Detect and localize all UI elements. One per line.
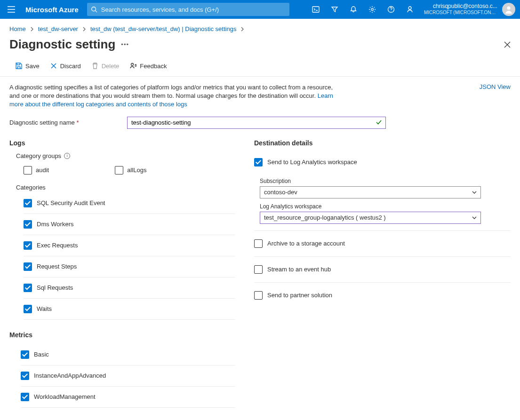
checkbox-icon <box>254 291 263 300</box>
breadcrumb: Home test_dw-server test_dw (test_dw-ser… <box>0 19 520 35</box>
log-category-checkbox[interactable]: Sql Requests <box>24 277 235 299</box>
svg-point-4 <box>408 7 411 9</box>
log-category-label: SQL Security Audit Event <box>37 199 105 206</box>
help-icon[interactable] <box>382 0 400 19</box>
account-block[interactable]: chrisqpublic@contoso.c... MICROSOFT (MIC… <box>419 3 499 16</box>
category-group-label: audit <box>36 166 49 174</box>
account-email: chrisqpublic@contoso.c... <box>424 3 497 10</box>
categories-label: Categories <box>16 184 235 191</box>
hamburger-menu[interactable] <box>0 0 23 19</box>
delete-label: Delete <box>102 63 120 70</box>
content-area: A diagnostic setting specifies a list of… <box>0 77 520 420</box>
logs-heading: Logs <box>9 139 235 147</box>
header-utilities <box>306 0 419 19</box>
checkbox-icon <box>24 220 32 229</box>
discard-icon <box>50 62 57 70</box>
metric-label: Basic <box>34 351 49 358</box>
dest-storage-label: Archive to a storage account <box>267 240 345 247</box>
delete-icon <box>91 62 99 70</box>
close-blade-button[interactable] <box>504 41 511 48</box>
intro-body: A diagnostic setting specifies a list of… <box>9 84 333 99</box>
svg-rect-1 <box>312 7 319 12</box>
delete-button: Delete <box>90 60 120 71</box>
title-row: Diagnostic setting ••• <box>0 35 520 60</box>
brand-label[interactable]: Microsoft Azure <box>23 6 87 14</box>
global-header: Microsoft Azure chrisqpublic@contoso.c..… <box>0 0 520 19</box>
subscription-select[interactable]: contoso-dev <box>260 186 481 198</box>
workspace-value: test_resource_group-loganalytics ( westu… <box>264 214 386 221</box>
checkbox-icon <box>21 393 29 401</box>
category-groups-label: Category groups i <box>16 152 235 159</box>
feedback-person-icon <box>129 62 137 70</box>
dest-storage-checkbox[interactable]: Archive to a storage account <box>254 238 511 250</box>
log-category-checkbox[interactable]: Exec Requests <box>24 235 235 256</box>
checkbox-icon <box>24 305 32 313</box>
svg-point-5 <box>507 7 511 10</box>
category-group-label: allLogs <box>127 166 146 174</box>
page-title: Diagnostic setting <box>9 37 115 52</box>
metric-checkbox[interactable]: WorkloadManagement <box>21 387 235 408</box>
breadcrumb-diagnostic[interactable]: test_dw (test_dw-server/test_dw) | Diagn… <box>90 25 236 32</box>
log-category-label: Waits <box>37 305 52 312</box>
avatar[interactable] <box>502 3 515 16</box>
log-category-checkbox[interactable]: SQL Security Audit Event <box>24 193 235 214</box>
info-icon[interactable]: i <box>64 153 70 159</box>
discard-button[interactable]: Discard <box>49 60 82 71</box>
notifications-icon[interactable] <box>344 0 363 19</box>
feedback-button[interactable]: Feedback <box>128 60 168 71</box>
log-category-label: Request Steps <box>37 263 77 270</box>
svg-point-6 <box>131 63 134 66</box>
directory-filter-icon[interactable] <box>325 0 344 19</box>
save-label: Save <box>25 63 40 70</box>
save-button[interactable]: Save <box>14 60 40 71</box>
breadcrumb-server[interactable]: test_dw-server <box>38 25 78 32</box>
chevron-down-icon <box>472 190 477 195</box>
chevron-down-icon <box>472 215 477 220</box>
search-icon <box>91 6 97 13</box>
log-category-label: Dms Workers <box>37 221 73 228</box>
checkbox-icon <box>24 284 32 292</box>
search-input[interactable] <box>100 6 286 14</box>
dest-partner-checkbox[interactable]: Send to partner solution <box>254 289 511 301</box>
log-category-checkbox[interactable]: Dms Workers <box>24 214 235 235</box>
settings-icon[interactable] <box>363 0 382 19</box>
metrics-heading: Metrics <box>9 331 235 339</box>
feedback-icon[interactable] <box>400 0 419 19</box>
workspace-label: Log Analytics workspace <box>260 203 511 210</box>
global-search[interactable] <box>87 3 289 16</box>
category-group-checkbox[interactable]: audit <box>24 164 49 176</box>
json-view-link[interactable]: JSON View <box>480 83 511 90</box>
command-bar: Save Discard Delete Feedback <box>0 60 520 77</box>
dest-eventhub-checkbox[interactable]: Stream to an event hub <box>254 263 511 276</box>
destination-heading: Destination details <box>254 139 511 147</box>
metric-label: WorkloadManagement <box>34 393 96 400</box>
log-category-label: Exec Requests <box>37 242 78 249</box>
checkbox-icon <box>21 350 29 359</box>
metric-checkbox[interactable]: InstanceAndAppAdvanced <box>21 365 235 387</box>
svg-point-0 <box>92 7 96 11</box>
log-category-checkbox[interactable]: Request Steps <box>24 256 235 277</box>
svg-point-2 <box>371 8 374 11</box>
workspace-select[interactable]: test_resource_group-loganalytics ( westu… <box>260 212 481 224</box>
category-group-checkbox[interactable]: allLogs <box>115 164 146 176</box>
checkbox-icon <box>24 241 32 250</box>
dest-eventhub-label: Stream to an event hub <box>267 266 331 273</box>
metric-checkbox[interactable]: Basic <box>21 344 235 365</box>
setting-name-input[interactable] <box>127 117 386 129</box>
chevron-right-icon <box>240 27 245 32</box>
cloud-shell-icon[interactable] <box>306 0 325 19</box>
log-category-label: Sql Requests <box>37 284 73 291</box>
breadcrumb-home[interactable]: Home <box>9 25 26 32</box>
dest-log-analytics-label: Send to Log Analytics workspace <box>267 158 357 166</box>
feedback-label: Feedback <box>140 63 167 70</box>
chevron-right-icon <box>30 27 34 32</box>
account-tenant: MICROSOFT (MICROSOFT.ONMI... <box>424 10 497 16</box>
checkbox-icon <box>24 166 32 174</box>
dest-log-analytics-checkbox[interactable]: Send to Log Analytics workspace <box>254 156 511 168</box>
log-category-checkbox[interactable]: Waits <box>24 299 235 320</box>
checkbox-icon <box>254 239 263 248</box>
checkbox-checked-icon <box>254 158 263 166</box>
checkbox-icon <box>24 262 32 271</box>
valid-check-icon <box>376 119 382 126</box>
more-actions-icon[interactable]: ••• <box>121 41 129 48</box>
